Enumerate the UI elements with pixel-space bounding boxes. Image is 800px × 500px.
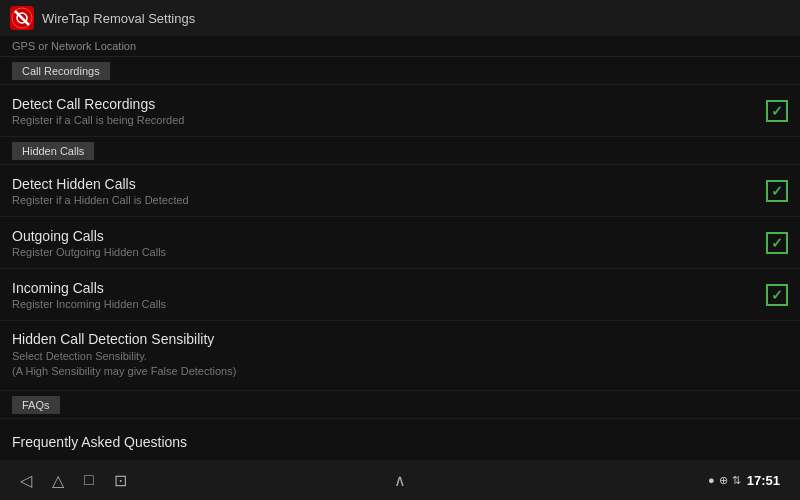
screenshot-button[interactable]: ⊡ <box>114 471 127 490</box>
detect-call-recordings-checkbox[interactable] <box>766 100 788 122</box>
detect-hidden-calls-subtitle: Register if a Hidden Call is Detected <box>12 194 756 206</box>
incoming-calls-title: Incoming Calls <box>12 280 756 296</box>
hidden-calls-badge: Hidden Calls <box>12 142 94 160</box>
gps-hint-text: GPS or Network Location <box>12 40 136 52</box>
outgoing-calls-checkbox[interactable] <box>766 232 788 254</box>
outgoing-calls-subtitle: Register Outgoing Hidden Calls <box>12 246 756 258</box>
title-bar: WireTap Removal Settings <box>0 0 800 36</box>
detect-call-recordings-text: Detect Call Recordings Register if a Cal… <box>12 96 756 126</box>
recents-button[interactable]: □ <box>84 471 94 489</box>
sensitivity-subtitle: Select Detection Sensibility. (A High Se… <box>12 349 788 380</box>
faqs-badge: FAQs <box>12 396 60 414</box>
app-title: WireTap Removal Settings <box>42 11 195 26</box>
back-button[interactable]: ◁ <box>20 471 32 490</box>
nav-center-group: ∧ <box>394 471 406 490</box>
app-icon <box>10 6 34 30</box>
up-button[interactable]: ∧ <box>394 472 406 489</box>
clock: 17:51 <box>747 473 780 488</box>
incoming-calls-text: Incoming Calls Register Incoming Hidden … <box>12 280 756 310</box>
status-icons: ● ⊕ ⇅ <box>708 474 741 487</box>
settings-content: GPS or Network Location Call Recordings … <box>0 36 800 460</box>
sensitivity-row[interactable]: Hidden Call Detection Sensibility Select… <box>0 321 800 391</box>
home-button[interactable]: △ <box>52 471 64 490</box>
data-icon: ⇅ <box>732 474 741 487</box>
detect-hidden-calls-title: Detect Hidden Calls <box>12 176 756 192</box>
call-recordings-badge: Call Recordings <box>12 62 110 80</box>
incoming-calls-subtitle: Register Incoming Hidden Calls <box>12 298 756 310</box>
detect-hidden-calls-text: Detect Hidden Calls Register if a Hidden… <box>12 176 756 206</box>
nav-left-group: ◁ △ □ ⊡ <box>20 471 127 490</box>
detect-call-recordings-subtitle: Register if a Call is being Recorded <box>12 114 756 126</box>
nav-right-group: ● ⊕ ⇅ 17:51 <box>708 473 780 488</box>
sensitivity-title: Hidden Call Detection Sensibility <box>12 331 788 347</box>
nav-bar: ◁ △ □ ⊡ ∧ ● ⊕ ⇅ 17:51 <box>0 460 800 500</box>
detect-hidden-calls-row[interactable]: Detect Hidden Calls Register if a Hidden… <box>0 165 800 217</box>
outgoing-calls-text: Outgoing Calls Register Outgoing Hidden … <box>12 228 756 258</box>
detect-hidden-calls-checkbox[interactable] <box>766 180 788 202</box>
signal-icon: ● <box>708 474 715 486</box>
faqs-section-header: FAQs <box>0 391 800 419</box>
call-recordings-section-header: Call Recordings <box>0 57 800 85</box>
faqs-title: Frequently Asked Questions <box>12 434 187 450</box>
incoming-calls-checkbox[interactable] <box>766 284 788 306</box>
gps-hint-row: GPS or Network Location <box>0 36 800 57</box>
wifi-icon: ⊕ <box>719 474 728 487</box>
outgoing-calls-title: Outgoing Calls <box>12 228 756 244</box>
detect-call-recordings-title: Detect Call Recordings <box>12 96 756 112</box>
faqs-row[interactable]: Frequently Asked Questions <box>0 419 800 460</box>
hidden-calls-section-header: Hidden Calls <box>0 137 800 165</box>
detect-call-recordings-row[interactable]: Detect Call Recordings Register if a Cal… <box>0 85 800 137</box>
outgoing-calls-row[interactable]: Outgoing Calls Register Outgoing Hidden … <box>0 217 800 269</box>
incoming-calls-row[interactable]: Incoming Calls Register Incoming Hidden … <box>0 269 800 321</box>
